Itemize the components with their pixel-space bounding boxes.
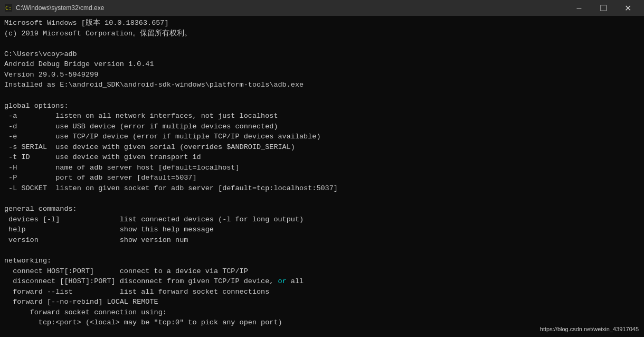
maximize-button[interactable]: ☐ <box>591 0 615 16</box>
line-16: -P port of adb server [default=5037] <box>4 173 640 183</box>
line-26: disconnect [[HOST]:PORT] disconnect from… <box>4 276 640 287</box>
line-12: -e use TCP/IP device (error if multiple … <box>4 132 640 142</box>
line-28: forward [--no-rebind] LOCAL REMOTE <box>4 297 640 307</box>
terminal-body[interactable]: Microsoft Windows [版本 10.0.18363.657] (c… <box>0 16 644 337</box>
line-22: version show version num <box>4 235 640 246</box>
cmd-window: C:\ C:\Windows\system32\cmd.exe – ☐ ✕ Mi… <box>0 0 644 337</box>
line-24: networking: <box>4 256 640 266</box>
line-7: Installed as E:\android_SDK\android-sdk-… <box>4 80 640 90</box>
line-27: forward --list list all forward socket c… <box>4 287 640 297</box>
svg-text:C:\: C:\ <box>5 5 12 11</box>
line-4: C:\Users\vcoy>adb <box>4 49 640 60</box>
line-11: -d use USB device (error if multiple dev… <box>4 121 640 132</box>
line-1: Microsoft Windows [版本 10.0.18363.657] <box>4 18 640 29</box>
line-21: help show this help message <box>4 224 640 235</box>
window-title: C:\Windows\system32\cmd.exe <box>16 4 567 12</box>
line-2: (c) 2019 Microsoft Corporation。保留所有权利。 <box>4 29 640 39</box>
line-19: general commands: <box>4 204 640 214</box>
close-button[interactable]: ✕ <box>615 0 640 16</box>
window-controls: – ☐ ✕ <box>567 0 640 16</box>
title-bar: C:\ C:\Windows\system32\cmd.exe – ☐ ✕ <box>0 0 644 16</box>
line-3 <box>4 39 640 49</box>
line-10: -a listen on all network interfaces, not… <box>4 111 640 121</box>
line-25: connect HOST[:PORT] connect to a device … <box>4 266 640 277</box>
line-15: -H name of adb server host [default=loca… <box>4 163 640 173</box>
line-17: -L SOCKET listen on given socket for adb… <box>4 183 640 194</box>
line-9: global options: <box>4 101 640 111</box>
cmd-icon: C:\ <box>4 4 13 12</box>
line-14: -t ID use device with given transport id <box>4 152 640 163</box>
line-23 <box>4 245 640 256</box>
line-20: devices [-l] list connected devices (-l … <box>4 214 640 225</box>
minimize-button[interactable]: – <box>567 0 591 16</box>
line-29: forward socket connection using: <box>4 307 640 318</box>
line-8 <box>4 90 640 101</box>
line-18 <box>4 194 640 204</box>
watermark: https://blog.csdn.net/weixin_43917045 <box>540 325 639 334</box>
line-5: Android Debug Bridge version 1.0.41 <box>4 59 640 70</box>
line-6: Version 29.0.5-5949299 <box>4 70 640 80</box>
line-13: -s SERIAL use device with given serial (… <box>4 142 640 153</box>
